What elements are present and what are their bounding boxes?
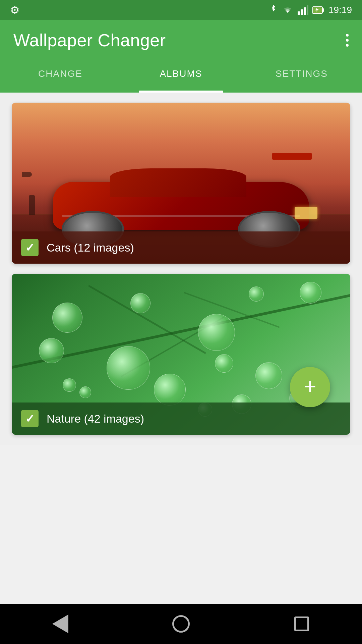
album-card-nature[interactable]: ✓ Nature (42 images) + [12,274,350,435]
nature-album-name: Nature (42 images) [47,412,144,425]
recents-icon [294,616,309,631]
signal-icon [298,5,308,15]
battery-icon [312,5,324,15]
home-icon [172,615,190,633]
nav-recents-button[interactable] [288,610,315,637]
tab-bar: CHANGE ALBUMS SETTINGS [0,60,362,93]
nature-album-label: ✓ Nature (42 images) [12,402,350,435]
status-bar: ⚙ 19:19 [0,0,362,20]
svg-rect-5 [322,8,324,12]
albums-content: ✓ Cars (12 images) [0,93,362,445]
fab-plus-icon: + [304,376,316,397]
nav-home-button[interactable] [168,610,194,637]
wifi-icon [282,5,294,15]
app-title: Wallpaper Changer [13,30,166,50]
svg-rect-3 [307,5,308,15]
add-album-fab[interactable]: + [290,367,330,407]
tab-change[interactable]: CHANGE [0,60,121,93]
app-header: Wallpaper Changer [0,20,362,60]
status-time: 19:19 [328,5,352,15]
navigation-bar [0,604,362,644]
cars-album-label: ✓ Cars (12 images) [12,231,350,264]
svg-rect-1 [301,9,303,15]
status-icons: 19:19 [269,4,352,16]
nav-back-button[interactable] [47,610,74,637]
nature-checkbox[interactable]: ✓ [21,410,39,427]
tab-albums[interactable]: ALBUMS [121,60,241,93]
tab-settings[interactable]: SETTINGS [241,60,362,93]
svg-rect-2 [304,7,306,15]
bluetooth-icon [269,4,278,16]
more-options-button[interactable] [346,34,349,47]
android-icon: ⚙ [10,4,20,16]
back-icon [52,614,68,633]
album-card-cars[interactable]: ✓ Cars (12 images) [12,103,350,264]
cars-checkbox[interactable]: ✓ [21,239,39,256]
cars-album-name: Cars (12 images) [47,241,134,254]
svg-rect-0 [298,11,300,15]
